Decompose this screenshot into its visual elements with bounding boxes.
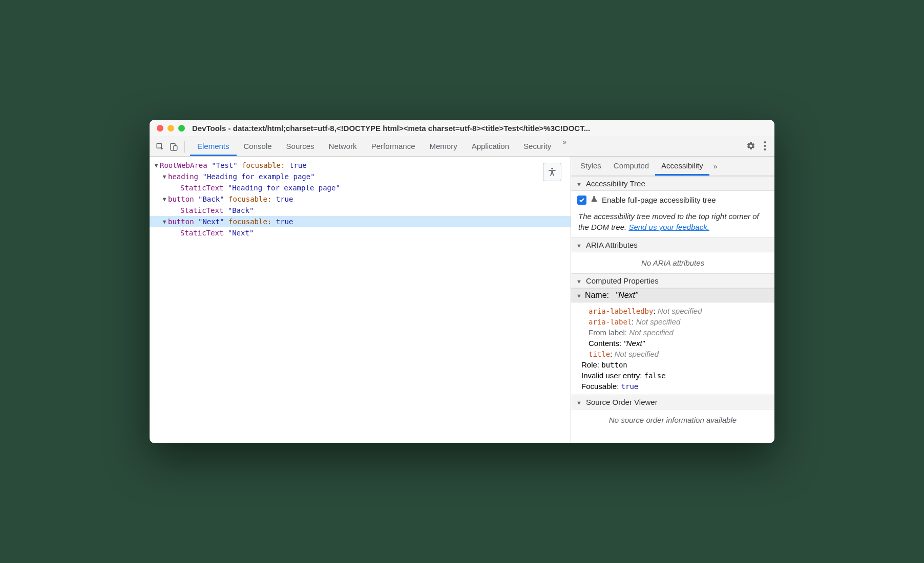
chevron-down-icon (576, 398, 584, 406)
prop-title: title: Not specified (571, 349, 774, 359)
svg-point-3 (764, 141, 766, 143)
device-toggle-icon[interactable] (168, 141, 179, 153)
toolbar-divider (184, 141, 185, 153)
svg-point-6 (551, 168, 553, 169)
kebab-menu-icon[interactable] (764, 141, 766, 153)
svg-point-5 (764, 148, 766, 150)
tree-row-static-text[interactable]: StaticText "Back" (150, 205, 571, 216)
expand-arrow-icon[interactable] (161, 219, 168, 225)
side-tab-computed[interactable]: Computed (607, 157, 655, 176)
prop-from-label: From label: Not specified (571, 327, 774, 338)
more-side-tabs-icon[interactable]: » (709, 162, 722, 170)
enable-full-tree-checkbox[interactable]: Enable full-page accessibility tree (577, 195, 768, 205)
accessibility-view-toggle-icon[interactable] (543, 163, 561, 181)
prop-role: Role: button (571, 359, 774, 370)
section-accessibility-tree[interactable]: Accessibility Tree (571, 176, 774, 191)
sidebar-tabs: Styles Computed Accessibility » (571, 157, 774, 176)
tab-performance[interactable]: Performance (364, 138, 423, 156)
accessibility-tree-pane: RootWebArea "Test" focusable: true headi… (150, 157, 571, 443)
prop-aria-label: aria-label: Not specified (571, 316, 774, 327)
svg-point-4 (764, 145, 766, 147)
titlebar: DevTools - data:text/html;charset=utf-8,… (150, 120, 774, 137)
tab-security[interactable]: Security (516, 138, 558, 156)
expand-arrow-icon[interactable] (153, 162, 160, 169)
sidebar-pane: Styles Computed Accessibility » Accessib… (571, 157, 774, 443)
svg-rect-2 (174, 145, 177, 150)
minimize-icon[interactable] (167, 125, 174, 132)
computed-name-row[interactable]: Name: "Next" (571, 288, 774, 302)
tab-elements[interactable]: Elements (190, 138, 237, 156)
enable-tree-row: Enable full-page accessibility tree (571, 191, 774, 209)
tree-moved-notice: The accessibility tree moved to the top … (571, 209, 774, 237)
tree-row-heading[interactable]: heading "Heading for example page" (150, 171, 571, 182)
tab-memory[interactable]: Memory (423, 138, 465, 156)
chevron-down-icon (576, 241, 584, 249)
expand-arrow-icon[interactable] (161, 196, 168, 203)
chevron-down-icon (576, 276, 584, 285)
chevron-down-icon (576, 179, 584, 188)
settings-icon[interactable] (746, 141, 755, 153)
main-toolbar: Elements Console Sources Network Perform… (150, 137, 774, 157)
prop-invalid: Invalid user entry: false (571, 370, 774, 381)
side-tab-accessibility[interactable]: Accessibility (655, 157, 709, 176)
more-tabs-icon[interactable]: » (558, 138, 571, 156)
main-tabs: Elements Console Sources Network Perform… (190, 138, 744, 156)
tab-application[interactable]: Application (465, 138, 516, 156)
devtools-window: DevTools - data:text/html;charset=utf-8,… (150, 120, 774, 443)
tree-row-button-back[interactable]: button "Back" focusable: true (150, 193, 571, 205)
tree-row-static-text[interactable]: StaticText "Next" (150, 227, 571, 239)
prop-aria-labelledby: aria-labelledby: Not specified (571, 306, 774, 316)
prop-contents: Contents: "Next" (571, 338, 774, 349)
section-computed-properties[interactable]: Computed Properties (571, 273, 774, 288)
tab-console[interactable]: Console (237, 138, 279, 156)
window-title: DevTools - data:text/html;charset=utf-8,… (192, 124, 767, 133)
expand-arrow-icon[interactable] (161, 174, 168, 180)
no-source-order-text: No source order information available (571, 409, 774, 428)
inspect-icon[interactable] (155, 141, 166, 153)
chevron-down-icon (576, 291, 583, 300)
close-icon[interactable] (157, 125, 163, 132)
traffic-lights (157, 125, 185, 132)
section-source-order[interactable]: Source Order Viewer (571, 395, 774, 409)
tab-sources[interactable]: Sources (279, 138, 322, 156)
zoom-icon[interactable] (178, 125, 185, 132)
feedback-link[interactable]: Send us your feedback. (628, 223, 709, 231)
tree-row-root[interactable]: RootWebArea "Test" focusable: true (150, 160, 571, 171)
prop-focusable: Focusable: true (571, 381, 774, 392)
section-aria-attributes[interactable]: ARIA Attributes (571, 237, 774, 252)
tab-network[interactable]: Network (322, 138, 364, 156)
checkbox-checked-icon (577, 196, 586, 205)
tree-row-button-next[interactable]: button "Next" focusable: true (150, 216, 571, 227)
flask-icon (591, 195, 598, 205)
content-area: RootWebArea "Test" focusable: true headi… (150, 157, 774, 443)
side-tab-styles[interactable]: Styles (574, 157, 607, 176)
tree-row-static-text[interactable]: StaticText "Heading for example page" (150, 182, 571, 193)
no-aria-text: No ARIA attributes (571, 252, 774, 273)
